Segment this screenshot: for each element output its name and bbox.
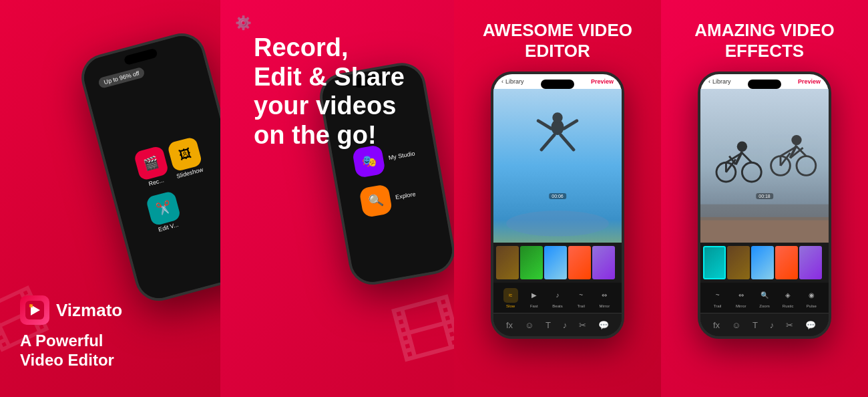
effect-trail-4: ~ Trail (710, 288, 725, 308)
effect-zoom-4-label: Zoom (759, 304, 769, 308)
studio-label: My Studio (388, 150, 415, 161)
hero-text: Record, Record, Edit & Share your videos… (254, 33, 405, 150)
tool-sticker-4: ☺ (732, 320, 740, 330)
svg-rect-12 (700, 217, 829, 243)
phone-notch-3 (541, 80, 574, 89)
panel-3-heading: AWESOME VIDEO EDITOR (483, 20, 632, 61)
effect-fast-icon: ▶ (527, 288, 541, 303)
brand-name-text: Vizmato (56, 300, 122, 321)
effect-rustic-4: ◈ Rustic (781, 288, 795, 308)
effect-beats-label: Beats (552, 304, 562, 308)
tool-bubble-4: 💬 (805, 320, 816, 330)
panel-4-heading: AMAZING VIDEO EFFECTS (694, 20, 834, 61)
effect-mirror-4-icon: ⇔ (734, 288, 748, 303)
timeline-thumb-4-5 (799, 246, 822, 279)
editor-preview-label-4: Preview (798, 78, 821, 85)
effect-fast-label: Fast (530, 304, 538, 308)
record-btn: 🎬 (134, 145, 170, 181)
editor-timeline-3 (493, 243, 622, 283)
panel-4: AMAZING VIDEO EFFECTS ‹ Library Preview (661, 0, 868, 397)
timeline-thumb-3 (544, 246, 567, 279)
effect-mirror-4-label: Mirror (736, 304, 746, 308)
effect-slow: ≈ Slow (503, 288, 518, 308)
timeline-thumb-4 (568, 246, 591, 279)
svg-point-20 (737, 142, 747, 152)
phone-screen-1: Up to 96% off 🎬 Rec... 🖼 Slideshow ✂️ (79, 31, 220, 303)
phone-screen-3: ‹ Library Preview (493, 74, 622, 336)
effect-mirror: ⇔ Mirror (597, 288, 612, 308)
effect-mirror-label: Mirror (600, 304, 610, 308)
svg-rect-2 (29, 304, 33, 307)
effect-zoom-4-icon: 🔍 (757, 288, 772, 303)
effect-pulse-4-icon: ◉ (804, 288, 819, 303)
tool-bubble: 💬 (598, 320, 609, 330)
phone-screen-4: ‹ Library Preview (700, 74, 829, 336)
effect-trail-4-icon: ~ (710, 288, 725, 303)
editor-effects-4: ~ Trail ⇔ Mirror 🔍 Zoom ◈ Rustic ◉ Pu (700, 283, 829, 313)
effect-beats: ♪ Beats (550, 288, 565, 308)
editor-effects-3: ≈ Slow ▶ Fast ♪ Beats ~ Trail ⇔ Mirror (493, 283, 622, 313)
editor-video-4: 00:18 (700, 89, 829, 243)
effect-trail-icon: ~ (574, 288, 588, 303)
phone-notch-4 (748, 80, 781, 89)
effect-slow-icon: ≈ (503, 288, 518, 303)
effect-trail-label: Trail (577, 304, 584, 308)
effect-fast: ▶ Fast (527, 288, 541, 308)
explore-label: Explore (395, 190, 416, 201)
panel-2: 🎞 ⚙️ Record, Record, Edit & Share your v… (220, 0, 454, 397)
video-timestamp-3: 00:06 (549, 193, 566, 199)
timeline-thumb-2 (520, 246, 543, 279)
editor-tools-4: fx ☺ T ♪ ✂ 💬 (700, 313, 829, 336)
tool-cut: ✂ (579, 320, 586, 330)
effect-mirror-icon: ⇔ (597, 288, 612, 303)
explore-btn: 🔍 (359, 184, 393, 218)
brand-logo-icon (20, 295, 49, 325)
editor-tools-3: fx ☺ T ♪ ✂ 💬 (493, 313, 622, 336)
phone-mockup-1: Up to 96% off 🎬 Rec... 🖼 Slideshow ✂️ (76, 28, 220, 306)
effect-beats-icon: ♪ (550, 288, 565, 303)
brand-tagline-text: A PowerfulVideo Editor (20, 332, 114, 370)
editor-video-3: 00:06 (493, 89, 622, 243)
effect-rustic-4-label: Rustic (783, 304, 794, 308)
tool-text-4: T (752, 320, 758, 330)
video-timestamp-4: 00:18 (756, 193, 773, 199)
timeline-thumb-4-3 (751, 246, 774, 279)
settings-icon: ⚙️ (235, 15, 252, 31)
svg-point-6 (552, 113, 562, 123)
editor-timeline-4 (700, 243, 829, 283)
tool-fx-4: fx (713, 320, 720, 330)
timeline-thumb-4-2 (727, 246, 750, 279)
panel-1: 🎞 Up to 96% off 🎬 Rec... 🖼 Slideshow (0, 0, 220, 397)
tool-music-4: ♪ (770, 320, 775, 330)
editor-library-label-4: ‹ Library (708, 78, 731, 85)
film-strip-decor-2: 🎞 (385, 286, 454, 378)
effect-rustic-4-icon: ◈ (781, 288, 795, 303)
phone-mockup-4: ‹ Library Preview (698, 72, 831, 339)
effect-trail: ~ Trail (574, 288, 588, 308)
tool-text: T (546, 320, 551, 330)
effect-pulse-4: ◉ Pulse (804, 288, 819, 308)
editor-preview-label: Preview (591, 78, 614, 85)
brand-area: Vizmato (20, 295, 122, 325)
effect-slow-label: Slow (506, 304, 515, 308)
svg-rect-13 (700, 205, 829, 221)
phone-mockup-3: ‹ Library Preview (491, 72, 624, 339)
svg-point-29 (791, 135, 801, 145)
effect-pulse-4-label: Pulse (807, 304, 817, 308)
timeline-thumb-5 (592, 246, 615, 279)
editor-library-label: ‹ Library (501, 78, 524, 85)
timeline-thumb-1 (496, 246, 519, 279)
panel-3: AWESOME VIDEO EDITOR ‹ Library Preview (454, 0, 661, 397)
tool-sticker: ☺ (525, 320, 533, 330)
tool-music: ♪ (563, 320, 568, 330)
effect-mirror-4: ⇔ Mirror (734, 288, 748, 308)
svg-point-4 (506, 211, 609, 237)
tool-cut-4: ✂ (786, 320, 793, 330)
tool-fx: fx (506, 320, 513, 330)
effect-zoom-4: 🔍 Zoom (757, 288, 772, 308)
effect-trail-4-label: Trail (714, 304, 721, 308)
discount-badge: Up to 96% off (97, 66, 146, 89)
timeline-thumb-4-4 (775, 246, 798, 279)
timeline-thumb-active (703, 246, 726, 279)
